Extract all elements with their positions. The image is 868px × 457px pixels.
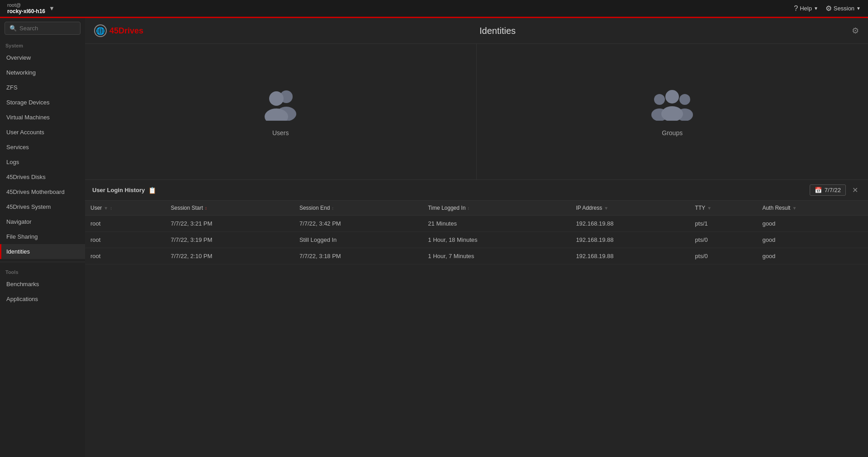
sidebar-item-benchmarks[interactable]: Benchmarks [0,277,85,292]
table-controls: 📅 7/7/22 ✕ [810,184,861,196]
sidebar-item-45drives-motherboard[interactable]: 45Drives Motherboard [0,184,85,199]
username: root@ [7,2,45,8]
sidebar-item-zfs[interactable]: ZFS [0,80,85,95]
sidebar-item-networking[interactable]: Networking [0,65,85,80]
search-icon: 🔍 [9,25,17,32]
logo: 🌐 45Drives [94,24,143,37]
table-header-row: User ▼ ↕ Session Start ↕ [85,201,868,216]
cell-auth-result: good [757,216,868,232]
cell-session-end: 7/7/22, 3:18 PM [294,248,422,264]
table-header-bar: User Login History 📋 📅 7/7/22 ✕ [85,180,868,201]
session-chevron-icon: ▼ [856,6,861,11]
sidebar-item-label: Benchmarks [6,281,39,287]
svg-point-4 [654,94,665,105]
cell-session-start: 7/7/22, 3:19 PM [165,232,294,248]
cell-tty: pts/0 [690,248,757,264]
svg-point-9 [661,106,683,121]
table-area: User Login History 📋 📅 7/7/22 ✕ [85,180,868,457]
topbar: root@ rocky-xl60-h16 ▼ ? Help ▼ ⚙ Sessio… [0,0,868,18]
table-row: root7/7/22, 3:21 PM7/7/22, 3:42 PM21 Min… [85,216,868,232]
topbar-right: ? Help ▼ ⚙ Session ▼ [794,4,861,13]
sidebar-item-file-sharing[interactable]: File Sharing [0,229,85,244]
sidebar-item-overview[interactable]: Overview [0,50,85,65]
login-history-table: User ▼ ↕ Session Start ↕ [85,201,868,264]
ip-filter-icon[interactable]: ▼ [604,206,608,211]
cell-time-logged: 21 Minutes [422,216,570,232]
sidebar-item-label: Applications [6,296,38,302]
sidebar-item-label: Virtual Machines [6,114,50,121]
svg-point-8 [665,90,679,104]
cell-time-logged: 1 Hour, 18 Minutes [422,232,570,248]
time-logged-sort-icon[interactable]: ↕ [467,206,470,211]
close-date-filter-button[interactable]: ✕ [849,185,861,195]
sidebar-item-45drives-system[interactable]: 45Drives System [0,199,85,214]
cell-session-start: 7/7/22, 2:10 PM [165,248,294,264]
col-ip-address: IP Address ▼ [570,201,689,216]
search-input[interactable] [19,25,76,32]
groups-card[interactable]: Groups [477,44,868,179]
sidebar-item-label: Storage Devices [6,99,49,106]
user-sort-icon[interactable]: ↕ [110,206,112,211]
sidebar-item-label: File Sharing [6,233,38,240]
cell-ip-address: 192.168.19.88 [570,248,689,264]
session-end-sort-icon[interactable]: ↕ [332,206,334,211]
auth-filter-icon[interactable]: ▼ [792,206,797,211]
cards-area: Users Groups [85,44,868,180]
sidebar-item-label: 45Drives Motherboard [6,188,65,195]
tty-filter-icon[interactable]: ▼ [707,206,711,211]
sidebar: 🔍 System Overview Networking ZFS Storage… [0,18,85,457]
cell-ip-address: 192.168.19.88 [570,216,689,232]
user-filter-icon[interactable]: ▼ [104,206,108,211]
page-title: Identities [479,26,516,36]
users-card[interactable]: Users [85,44,477,179]
cell-session-start: 7/7/22, 3:21 PM [165,216,294,232]
cell-user: root [85,248,165,264]
date-filter-value: 7/7/22 [825,187,841,193]
settings-icon[interactable]: ⚙ [852,26,859,36]
sidebar-item-applications[interactable]: Applications [0,292,85,306]
cell-time-logged: 1 Hour, 7 Minutes [422,248,570,264]
sidebar-item-virtual-machines[interactable]: Virtual Machines [0,110,85,125]
sidebar-item-logs[interactable]: Logs [0,155,85,170]
session-button[interactable]: ⚙ Session ▼ [825,4,861,13]
user-info: root@ rocky-xl60-h16 [7,2,45,15]
copy-icon[interactable]: 📋 [148,187,156,194]
cell-session-end: Still Logged In [294,232,422,248]
sidebar-item-navigator[interactable]: Navigator [0,214,85,229]
col-time-logged: Time Logged In ↕ [422,201,570,216]
help-button[interactable]: ? Help ▼ [794,5,818,13]
sidebar-item-label: Services [6,144,29,151]
sidebar-item-storage-devices[interactable]: Storage Devices [0,95,85,110]
svg-point-6 [679,94,690,105]
sidebar-item-45drives-disks[interactable]: 45Drives Disks [0,170,85,184]
logo-45: 45 [109,26,119,35]
sidebar-item-user-accounts[interactable]: User Accounts [0,125,85,140]
date-filter-button[interactable]: 📅 7/7/22 [810,184,846,196]
cell-tty: pts/1 [690,216,757,232]
hostname: rocky-xl60-h16 [7,8,45,14]
help-label: Help [800,5,812,12]
sidebar-item-label: Overview [6,54,31,61]
sidebar-item-label: Networking [6,69,36,76]
gear-topbar-icon: ⚙ [825,4,832,13]
cell-auth-result: good [757,248,868,264]
search-container[interactable]: 🔍 [5,22,81,35]
table-title: User Login History [92,187,145,193]
sidebar-item-services[interactable]: Services [0,140,85,155]
sidebar-item-label: ZFS [6,84,18,91]
logo-text: 45Drives [109,26,143,36]
users-label: Users [272,129,289,137]
col-session-end: Session End ↕ [294,201,422,216]
sidebar-item-identities[interactable]: Identities [0,244,85,259]
globe-icon: 🌐 [94,24,107,37]
sidebar-item-label: 45Drives System [6,203,51,210]
table-title-area: User Login History 📋 [92,187,156,194]
col-user: User ▼ ↕ [85,201,165,216]
table-row: root7/7/22, 3:19 PMStill Logged In1 Hour… [85,232,868,248]
session-start-sort-icon[interactable]: ↕ [205,206,207,211]
chevron-down-icon[interactable]: ▼ [49,5,55,12]
sidebar-item-label: Navigator [6,218,32,225]
col-session-start: Session Start ↕ [165,201,294,216]
calendar-icon: 📅 [815,187,822,193]
cell-tty: pts/0 [690,232,757,248]
